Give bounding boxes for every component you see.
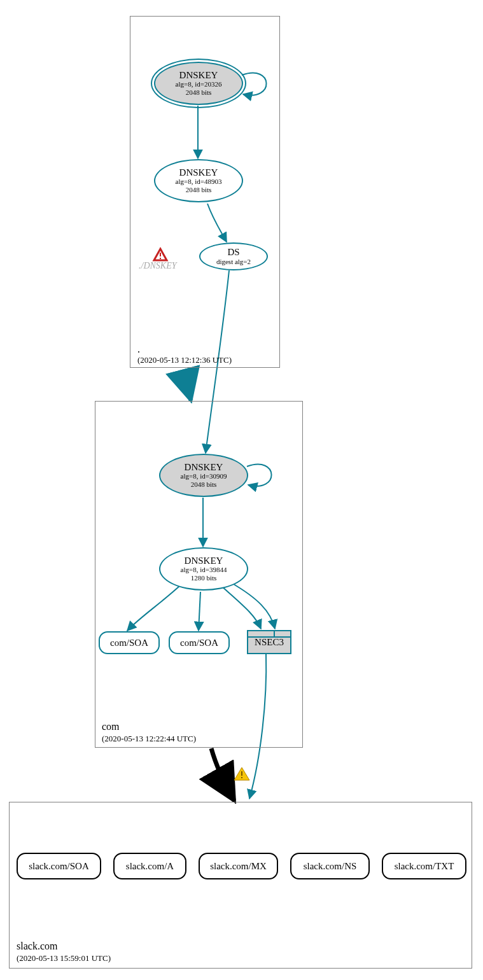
- node-sub: digest alg=2: [200, 258, 267, 266]
- node-com-soa-1: com/SOA: [99, 631, 160, 654]
- node-sub: alg=8, id=30909: [160, 472, 247, 480]
- node-dnskey-root-ksk: DNSKEY alg=8, id=20326 2048 bits: [154, 62, 243, 105]
- node-sub: 1280 bits: [160, 574, 247, 582]
- svg-rect-3: [241, 777, 242, 778]
- node-slack-mx: slack.com/MX: [199, 853, 278, 879]
- node-dnskey-com-zsk: DNSKEY alg=8, id=39844 1280 bits: [159, 547, 248, 591]
- zone-slack-date: (2020-05-13 15:59:01 UTC): [17, 953, 111, 963]
- node-sub: 2048 bits: [160, 480, 247, 489]
- zone-com-name: com: [102, 721, 120, 732]
- node-dnskey-com-ksk: DNSKEY alg=8, id=30909 2048 bits: [159, 454, 248, 497]
- node-title: DNSKEY: [155, 70, 242, 81]
- edge-root-to-com-zone: [188, 368, 191, 400]
- node-sub: 2048 bits: [155, 88, 242, 97]
- dnssec-graph: . (2020-05-13 12:12:36 UTC) DNSKEY alg=8…: [0, 0, 483, 980]
- zone-root-date: (2020-05-13 12:12:36 UTC): [137, 355, 232, 365]
- zone-slack-name: slack.com: [17, 941, 57, 952]
- warning-icon: [234, 767, 249, 780]
- zone-root-name: .: [137, 344, 140, 355]
- zone-slack: [9, 802, 472, 969]
- node-sub: alg=8, id=39844: [160, 566, 247, 574]
- svg-rect-2: [241, 771, 242, 776]
- node-sub: alg=8, id=20326: [155, 80, 242, 88]
- node-slack-soa: slack.com/SOA: [17, 853, 101, 879]
- node-nsec3: NSEC3: [247, 630, 291, 654]
- node-sub: 2048 bits: [155, 186, 242, 194]
- node-slack-ns: slack.com/NS: [290, 853, 370, 879]
- node-title: DNSKEY: [155, 167, 242, 178]
- node-com-soa-2: com/SOA: [169, 631, 230, 654]
- node-title: DNSKEY: [160, 462, 247, 473]
- node-ds-root: DS digest alg=2: [199, 242, 268, 270]
- node-sub: alg=8, id=48903: [155, 178, 242, 186]
- zone-com-date: (2020-05-13 12:22:44 UTC): [102, 734, 196, 744]
- node-slack-txt: slack.com/TXT: [382, 853, 466, 879]
- phantom-dnskey-label: ./DNSKEY: [139, 261, 177, 271]
- node-dnskey-root-zsk: DNSKEY alg=8, id=48903 2048 bits: [154, 159, 243, 202]
- node-title: DS: [200, 247, 267, 258]
- node-slack-a: slack.com/A: [113, 853, 186, 879]
- edge-com-to-slack-zone: [211, 748, 234, 801]
- node-title: DNSKEY: [160, 556, 247, 566]
- nsec3-label: NSEC3: [248, 631, 290, 648]
